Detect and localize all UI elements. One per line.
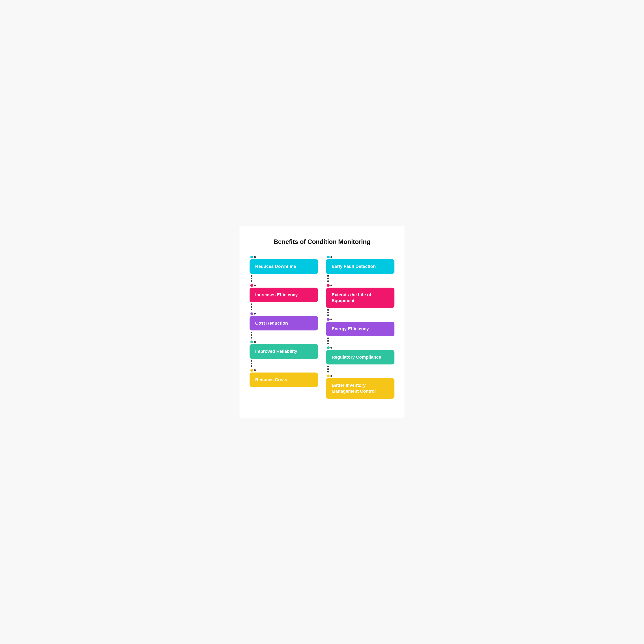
item-early-fault-detection: Early Fault Detection [326,256,394,284]
dots-top-regulatory-compliance [326,346,394,349]
dots-below-regulatory-compliance [326,366,394,373]
dots-top-increases-efficiency [250,284,318,287]
card-improved-reliability: Improved Reliability [250,344,318,359]
dot-tiny-energy-efficiency-0 [327,337,329,339]
dot-small-improved-reliability [254,341,256,343]
dot-small-early-fault-detection [330,256,332,258]
dot-tiny-reduces-downtime-0 [251,275,252,277]
dot-large-better-inventory [327,375,330,377]
item-energy-efficiency: Energy Efficiency [326,318,394,346]
dot-small-reduces-downtime [254,256,256,258]
dot-small-energy-efficiency [330,319,332,320]
dot-tiny-regulatory-compliance-1 [327,368,329,370]
dot-small-extends-life [330,285,332,286]
dot-tiny-improved-reliability-0 [251,360,252,362]
dot-tiny-regulatory-compliance-2 [327,371,329,373]
dot-large-reduces-downtime [250,256,253,258]
benefits-grid: Reduces DowntimeIncreases EfficiencyCost… [250,256,394,402]
dot-large-cost-reduction [250,312,253,315]
dots-top-better-inventory [326,375,394,377]
dot-tiny-cost-reduction-1 [251,334,252,336]
dot-small-cost-reduction [254,313,256,315]
dot-large-energy-efficiency [327,318,330,321]
dots-top-reduces-downtime [250,256,318,258]
dot-small-reduces-costs [254,369,256,371]
dot-large-improved-reliability [250,341,253,343]
dot-large-extends-life [327,284,330,287]
item-reduces-costs: Reduces Costs [250,369,318,390]
dot-tiny-reduces-downtime-2 [251,280,252,282]
dots-top-reduces-costs [250,369,318,372]
dot-tiny-increases-efficiency-1 [251,306,252,308]
dot-tiny-early-fault-detection-0 [327,275,329,277]
dots-top-extends-life [326,284,394,287]
dot-tiny-cost-reduction-0 [251,332,252,333]
dot-tiny-improved-reliability-1 [251,363,252,364]
card-early-fault-detection: Early Fault Detection [326,259,394,274]
dot-tiny-cost-reduction-2 [251,337,252,339]
dot-tiny-energy-efficiency-2 [327,343,329,344]
dot-large-reduces-costs [250,369,253,372]
dot-tiny-energy-efficiency-1 [327,340,329,342]
card-better-inventory: Better Inventory Management Control [326,378,394,398]
dots-top-early-fault-detection [326,256,394,258]
dot-tiny-early-fault-detection-2 [327,280,329,282]
dots-below-early-fault-detection [326,275,394,282]
card-increases-efficiency: Increases Efficiency [250,288,318,302]
dots-below-cost-reduction [250,332,318,339]
dot-tiny-early-fault-detection-1 [327,278,329,279]
item-better-inventory: Better Inventory Management Control [326,375,394,402]
card-cost-reduction: Cost Reduction [250,316,318,331]
dot-tiny-extends-life-0 [327,309,329,311]
dots-below-increases-efficiency [250,303,318,310]
page-title: Benefits of Condition Monitoring [250,238,394,246]
dot-tiny-increases-efficiency-0 [251,303,252,305]
dots-below-extends-life [326,309,394,316]
dot-tiny-extends-life-2 [327,314,329,316]
dots-top-improved-reliability [250,341,318,343]
dot-small-better-inventory [330,375,332,377]
item-improved-reliability: Improved Reliability [250,341,318,369]
dot-large-regulatory-compliance [327,346,330,349]
card-extends-life: Extends the Life of Equipment [326,288,394,308]
dots-top-energy-efficiency [326,318,394,321]
dot-small-increases-efficiency [254,285,256,286]
card-reduces-downtime: Reduces Downtime [250,259,318,274]
card-energy-efficiency: Energy Efficiency [326,322,394,336]
item-cost-reduction: Cost Reduction [250,312,318,341]
card-regulatory-compliance: Regulatory Compliance [326,350,394,365]
dot-tiny-regulatory-compliance-0 [327,366,329,367]
right-column: Early Fault DetectionExtends the Life of… [326,256,394,402]
dot-large-early-fault-detection [327,256,330,258]
dots-top-cost-reduction [250,312,318,315]
item-regulatory-compliance: Regulatory Compliance [326,346,394,375]
dots-below-improved-reliability [250,360,318,367]
card-reduces-costs: Reduces Costs [250,373,318,387]
dot-tiny-improved-reliability-2 [251,365,252,367]
dots-below-reduces-downtime [250,275,318,282]
main-container: Benefits of Condition Monitoring Reduces… [239,226,405,418]
dots-below-energy-efficiency [326,337,394,344]
item-extends-life: Extends the Life of Equipment [326,284,394,318]
dot-large-increases-efficiency [250,284,253,287]
dot-tiny-increases-efficiency-2 [251,309,252,310]
item-increases-efficiency: Increases Efficiency [250,284,318,312]
dot-small-regulatory-compliance [330,347,332,349]
item-reduces-downtime: Reduces Downtime [250,256,318,284]
dot-tiny-extends-life-1 [327,312,329,313]
dot-tiny-reduces-downtime-1 [251,278,252,279]
left-column: Reduces DowntimeIncreases EfficiencyCost… [250,256,318,402]
